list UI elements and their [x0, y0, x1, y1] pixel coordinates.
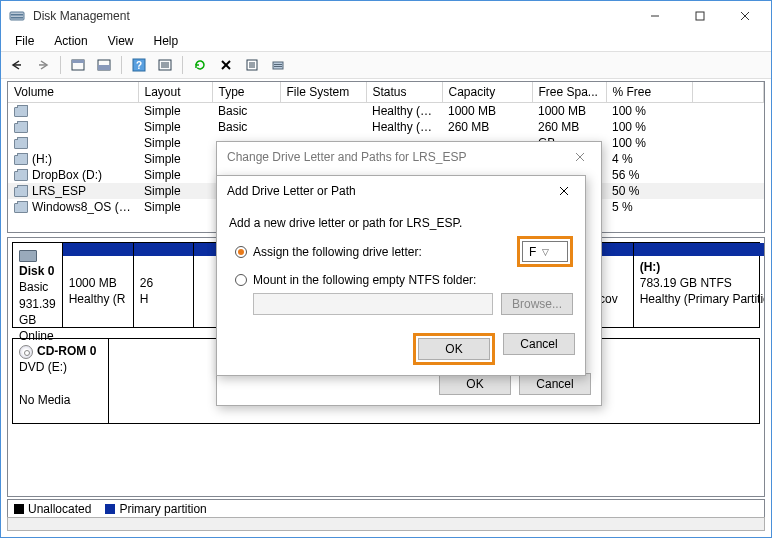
disk-management-window: Disk Management File Action View Help ?: [0, 0, 772, 538]
disk-icon: [19, 250, 37, 262]
change-dialog-cancel-button[interactable]: Cancel: [519, 373, 591, 395]
change-dialog-ok-button[interactable]: OK: [439, 373, 511, 395]
col-status[interactable]: Status: [366, 82, 442, 103]
help-button[interactable]: ?: [127, 54, 151, 76]
column-headers[interactable]: Volume Layout Type File System Status Ca…: [8, 82, 764, 103]
add-dialog-body: Add a new drive letter or path for LRS_E…: [217, 206, 585, 325]
change-dialog-titlebar[interactable]: Change Drive Letter and Paths for LRS_ES…: [217, 142, 601, 172]
assign-letter-label: Assign the following drive letter:: [253, 245, 422, 259]
disk-0-title: Disk 0: [19, 264, 54, 278]
mount-folder-radio[interactable]: Mount in the following empty NTFS folder…: [235, 271, 573, 289]
change-dialog-title: Change Drive Letter and Paths for LRS_ES…: [227, 150, 565, 164]
col-layout[interactable]: Layout: [138, 82, 212, 103]
svg-rect-8: [39, 64, 47, 66]
volume-icon: [14, 123, 28, 133]
svg-rect-1: [11, 14, 23, 16]
radio-icon: [235, 274, 247, 286]
svg-rect-2: [11, 17, 23, 19]
show-hide-pane-button[interactable]: [66, 54, 90, 76]
disk-0-type: Basic: [19, 280, 48, 294]
svg-rect-26: [274, 64, 282, 65]
volume-icon: [14, 203, 28, 213]
cdrom-sub: DVD (E:): [19, 360, 67, 374]
col-free[interactable]: Free Spa...: [532, 82, 606, 103]
svg-text:?: ?: [136, 60, 142, 71]
change-dialog-close-button[interactable]: [565, 145, 595, 169]
volume-icon: [14, 171, 28, 181]
ok-button-highlight: OK: [413, 333, 495, 365]
app-icon: [9, 8, 25, 24]
add-dialog-title: Add Drive Letter or Path: [227, 184, 549, 198]
menu-action[interactable]: Action: [46, 32, 95, 50]
status-bar: [7, 517, 765, 531]
disk-0-size: 931.39 GB: [19, 297, 56, 327]
volume-icon: [14, 139, 28, 149]
col-pct[interactable]: % Free: [606, 82, 692, 103]
legend-unallocated: Unallocated: [14, 502, 91, 516]
add-drive-letter-dialog: Add Drive Letter or Path Add a new drive…: [216, 175, 586, 376]
col-type[interactable]: Type: [212, 82, 280, 103]
radio-icon: [235, 246, 247, 258]
mount-folder-label: Mount in the following empty NTFS folder…: [253, 273, 476, 287]
drive-letter-combo[interactable]: F ▽: [522, 241, 568, 262]
drive-letter-value: F: [529, 245, 536, 259]
disk-0-header: Disk 0 Basic 931.39 GB Online: [13, 243, 63, 327]
add-dialog-cancel-button[interactable]: Cancel: [503, 333, 575, 355]
menu-help[interactable]: Help: [146, 32, 187, 50]
back-button[interactable]: [5, 54, 29, 76]
legend-primary: Primary partition: [105, 502, 206, 516]
add-dialog-intro: Add a new drive letter or path for LRS_E…: [229, 216, 573, 230]
col-fs[interactable]: File System: [280, 82, 366, 103]
maximize-button[interactable]: [677, 2, 722, 31]
menubar: File Action View Help: [1, 31, 771, 51]
refresh-button[interactable]: [188, 54, 212, 76]
forward-button[interactable]: [31, 54, 55, 76]
svg-rect-27: [274, 66, 282, 67]
table-row[interactable]: SimpleBasicHealthy (R...260 MB260 MB100 …: [8, 119, 764, 135]
svg-rect-7: [13, 64, 21, 66]
show-hide-console-button[interactable]: [92, 54, 116, 76]
minimize-button[interactable]: [632, 2, 677, 31]
add-dialog-close-button[interactable]: [549, 179, 579, 203]
table-row[interactable]: SimpleBasicHealthy (R...1000 MB1000 MB10…: [8, 103, 764, 120]
cdrom-header: CD-ROM 0 DVD (E:) No Media: [13, 339, 109, 423]
mount-folder-input[interactable]: [253, 293, 493, 315]
col-volume[interactable]: Volume: [8, 82, 138, 103]
volume-icon: [14, 155, 28, 165]
cdrom-state: No Media: [19, 393, 70, 407]
svg-rect-12: [98, 65, 110, 70]
close-button[interactable]: [722, 2, 767, 31]
window-title: Disk Management: [33, 9, 632, 23]
legend: Unallocated Primary partition: [7, 499, 765, 517]
assign-letter-radio[interactable]: Assign the following drive letter:: [235, 243, 422, 261]
svg-rect-25: [273, 62, 283, 69]
volume-icon: [14, 107, 28, 117]
browse-button[interactable]: Browse...: [501, 293, 573, 315]
partition[interactable]: 1000 MBHealthy (R: [63, 243, 133, 327]
add-dialog-ok-button[interactable]: OK: [418, 338, 490, 360]
menu-view[interactable]: View: [100, 32, 142, 50]
rescan-button[interactable]: [266, 54, 290, 76]
partition[interactable]: (H:)783.19 GB NTFSHealthy (Primary Parti…: [633, 243, 765, 327]
volume-icon: [14, 187, 28, 197]
svg-rect-4: [696, 12, 704, 20]
add-dialog-titlebar[interactable]: Add Drive Letter or Path: [217, 176, 585, 206]
chevron-down-icon: ▽: [542, 247, 549, 257]
col-capacity[interactable]: Capacity: [442, 82, 532, 103]
properties-button[interactable]: [240, 54, 264, 76]
toolbar: ?: [1, 51, 771, 79]
svg-rect-10: [72, 60, 84, 63]
titlebar: Disk Management: [1, 1, 771, 31]
drive-letter-highlight: F ▽: [517, 236, 573, 267]
menu-file[interactable]: File: [7, 32, 42, 50]
delete-button[interactable]: [214, 54, 238, 76]
cdrom-icon: [19, 345, 33, 359]
cdrom-title: CD-ROM 0: [37, 344, 96, 358]
partition[interactable]: 26H: [133, 243, 193, 327]
settings-button[interactable]: [153, 54, 177, 76]
svg-rect-0: [10, 12, 24, 20]
